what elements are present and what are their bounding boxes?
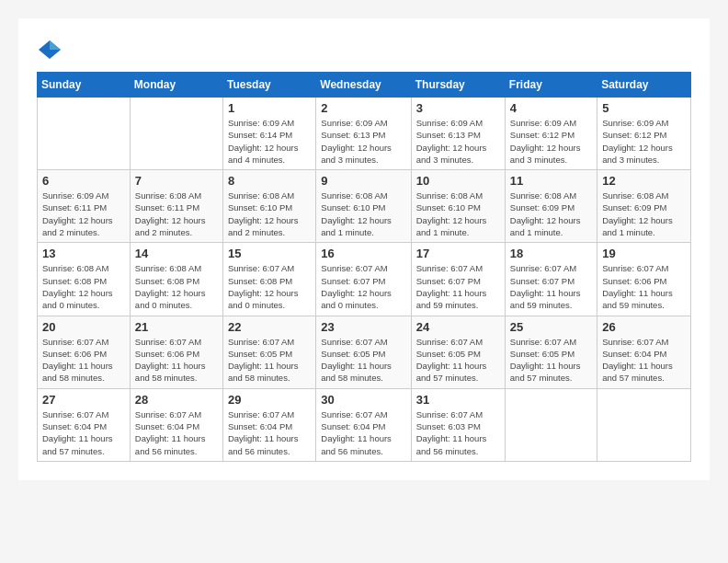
day-info: Sunrise: 6:07 AM Sunset: 6:08 PM Dayligh… xyxy=(228,262,311,311)
header xyxy=(37,37,691,63)
calendar-week-row: 1Sunrise: 6:09 AM Sunset: 6:14 PM Daylig… xyxy=(38,98,691,170)
calendar-cell xyxy=(38,98,131,170)
day-number: 6 xyxy=(42,174,125,188)
day-number: 25 xyxy=(510,320,592,334)
calendar-week-row: 6Sunrise: 6:09 AM Sunset: 6:11 PM Daylig… xyxy=(38,170,691,243)
calendar-cell xyxy=(597,388,691,461)
day-number: 19 xyxy=(602,247,686,260)
calendar-cell: 6Sunrise: 6:09 AM Sunset: 6:11 PM Daylig… xyxy=(38,170,131,243)
svg-marker-1 xyxy=(50,40,61,50)
calendar-week-row: 20Sunrise: 6:07 AM Sunset: 6:06 PM Dayli… xyxy=(38,316,691,388)
calendar-cell: 10Sunrise: 6:08 AM Sunset: 6:10 PM Dayli… xyxy=(411,170,505,243)
day-info: Sunrise: 6:08 AM Sunset: 6:11 PM Dayligh… xyxy=(135,190,218,238)
day-info: Sunrise: 6:08 AM Sunset: 6:10 PM Dayligh… xyxy=(321,190,405,238)
day-info: Sunrise: 6:07 AM Sunset: 6:04 PM Dayligh… xyxy=(42,408,125,457)
calendar-cell xyxy=(505,388,597,461)
day-number: 14 xyxy=(135,247,218,260)
calendar-cell: 19Sunrise: 6:07 AM Sunset: 6:06 PM Dayli… xyxy=(597,243,691,316)
calendar-day-header: Saturday xyxy=(597,73,691,98)
day-number: 5 xyxy=(602,101,686,115)
day-number: 30 xyxy=(321,393,405,407)
day-info: Sunrise: 6:07 AM Sunset: 6:03 PM Dayligh… xyxy=(416,408,500,457)
day-info: Sunrise: 6:07 AM Sunset: 6:06 PM Dayligh… xyxy=(42,336,125,385)
day-number: 21 xyxy=(135,320,218,334)
day-number: 7 xyxy=(135,174,218,188)
day-number: 1 xyxy=(228,101,311,115)
day-number: 11 xyxy=(510,174,592,188)
calendar-cell: 29Sunrise: 6:07 AM Sunset: 6:04 PM Dayli… xyxy=(222,388,315,461)
logo-icon xyxy=(37,37,63,63)
day-info: Sunrise: 6:09 AM Sunset: 6:12 PM Dayligh… xyxy=(510,117,592,166)
calendar-week-row: 13Sunrise: 6:08 AM Sunset: 6:08 PM Dayli… xyxy=(38,243,691,316)
calendar-cell: 20Sunrise: 6:07 AM Sunset: 6:06 PM Dayli… xyxy=(38,316,131,388)
day-info: Sunrise: 6:07 AM Sunset: 6:07 PM Dayligh… xyxy=(510,262,592,311)
day-number: 23 xyxy=(321,320,405,334)
day-info: Sunrise: 6:08 AM Sunset: 6:09 PM Dayligh… xyxy=(510,190,592,238)
calendar-cell: 27Sunrise: 6:07 AM Sunset: 6:04 PM Dayli… xyxy=(38,388,131,461)
day-number: 24 xyxy=(416,320,500,334)
calendar-cell: 15Sunrise: 6:07 AM Sunset: 6:08 PM Dayli… xyxy=(222,243,315,316)
day-info: Sunrise: 6:07 AM Sunset: 6:06 PM Dayligh… xyxy=(602,262,686,311)
calendar-cell xyxy=(130,98,222,170)
calendar-cell: 24Sunrise: 6:07 AM Sunset: 6:05 PM Dayli… xyxy=(411,316,505,388)
calendar-table: SundayMondayTuesdayWednesdayThursdayFrid… xyxy=(37,72,691,462)
day-number: 26 xyxy=(602,320,686,334)
day-info: Sunrise: 6:08 AM Sunset: 6:10 PM Dayligh… xyxy=(416,190,500,238)
day-info: Sunrise: 6:08 AM Sunset: 6:08 PM Dayligh… xyxy=(135,262,218,311)
calendar-cell: 13Sunrise: 6:08 AM Sunset: 6:08 PM Dayli… xyxy=(38,243,131,316)
calendar-cell: 9Sunrise: 6:08 AM Sunset: 6:10 PM Daylig… xyxy=(316,170,411,243)
calendar-header-row: SundayMondayTuesdayWednesdayThursdayFrid… xyxy=(38,73,691,98)
calendar-cell: 1Sunrise: 6:09 AM Sunset: 6:14 PM Daylig… xyxy=(222,98,315,170)
calendar-day-header: Sunday xyxy=(38,73,131,98)
day-info: Sunrise: 6:09 AM Sunset: 6:13 PM Dayligh… xyxy=(321,117,405,166)
day-info: Sunrise: 6:07 AM Sunset: 6:05 PM Dayligh… xyxy=(416,336,500,385)
day-info: Sunrise: 6:09 AM Sunset: 6:13 PM Dayligh… xyxy=(416,117,500,166)
day-info: Sunrise: 6:07 AM Sunset: 6:05 PM Dayligh… xyxy=(321,336,405,385)
day-number: 3 xyxy=(416,101,500,115)
day-number: 18 xyxy=(510,247,592,260)
day-info: Sunrise: 6:07 AM Sunset: 6:04 PM Dayligh… xyxy=(602,336,686,385)
calendar-day-header: Wednesday xyxy=(316,73,411,98)
calendar-cell: 18Sunrise: 6:07 AM Sunset: 6:07 PM Dayli… xyxy=(505,243,597,316)
calendar-day-header: Monday xyxy=(130,73,222,98)
day-info: Sunrise: 6:07 AM Sunset: 6:07 PM Dayligh… xyxy=(321,262,405,311)
day-info: Sunrise: 6:07 AM Sunset: 6:05 PM Dayligh… xyxy=(228,336,311,385)
calendar-week-row: 27Sunrise: 6:07 AM Sunset: 6:04 PM Dayli… xyxy=(38,388,691,461)
day-number: 15 xyxy=(228,247,311,260)
calendar-cell: 30Sunrise: 6:07 AM Sunset: 6:04 PM Dayli… xyxy=(316,388,411,461)
calendar-cell: 14Sunrise: 6:08 AM Sunset: 6:08 PM Dayli… xyxy=(130,243,222,316)
calendar-cell: 11Sunrise: 6:08 AM Sunset: 6:09 PM Dayli… xyxy=(505,170,597,243)
day-number: 28 xyxy=(135,393,218,407)
day-number: 17 xyxy=(416,247,500,260)
day-info: Sunrise: 6:07 AM Sunset: 6:04 PM Dayligh… xyxy=(228,408,311,457)
day-info: Sunrise: 6:07 AM Sunset: 6:05 PM Dayligh… xyxy=(510,336,592,385)
calendar-day-header: Thursday xyxy=(411,73,505,98)
calendar-cell: 12Sunrise: 6:08 AM Sunset: 6:09 PM Dayli… xyxy=(597,170,691,243)
day-info: Sunrise: 6:09 AM Sunset: 6:11 PM Dayligh… xyxy=(42,190,125,238)
calendar-cell: 16Sunrise: 6:07 AM Sunset: 6:07 PM Dayli… xyxy=(316,243,411,316)
calendar-cell: 4Sunrise: 6:09 AM Sunset: 6:12 PM Daylig… xyxy=(505,98,597,170)
day-number: 9 xyxy=(321,174,405,188)
calendar-cell: 2Sunrise: 6:09 AM Sunset: 6:13 PM Daylig… xyxy=(316,98,411,170)
calendar-cell: 26Sunrise: 6:07 AM Sunset: 6:04 PM Dayli… xyxy=(597,316,691,388)
day-info: Sunrise: 6:08 AM Sunset: 6:10 PM Dayligh… xyxy=(228,190,311,238)
day-info: Sunrise: 6:07 AM Sunset: 6:04 PM Dayligh… xyxy=(321,408,405,457)
day-info: Sunrise: 6:09 AM Sunset: 6:12 PM Dayligh… xyxy=(602,117,686,166)
day-number: 4 xyxy=(510,101,592,115)
logo xyxy=(37,37,66,63)
calendar-cell: 17Sunrise: 6:07 AM Sunset: 6:07 PM Dayli… xyxy=(411,243,505,316)
calendar-cell: 3Sunrise: 6:09 AM Sunset: 6:13 PM Daylig… xyxy=(411,98,505,170)
day-info: Sunrise: 6:08 AM Sunset: 6:08 PM Dayligh… xyxy=(42,262,125,311)
day-info: Sunrise: 6:07 AM Sunset: 6:07 PM Dayligh… xyxy=(416,262,500,311)
day-info: Sunrise: 6:08 AM Sunset: 6:09 PM Dayligh… xyxy=(602,190,686,238)
calendar-cell: 8Sunrise: 6:08 AM Sunset: 6:10 PM Daylig… xyxy=(222,170,315,243)
calendar-cell: 21Sunrise: 6:07 AM Sunset: 6:06 PM Dayli… xyxy=(130,316,222,388)
day-number: 2 xyxy=(321,101,405,115)
day-number: 12 xyxy=(602,174,686,188)
day-number: 27 xyxy=(42,393,125,407)
day-number: 29 xyxy=(228,393,311,407)
day-info: Sunrise: 6:07 AM Sunset: 6:06 PM Dayligh… xyxy=(135,336,218,385)
calendar-cell: 28Sunrise: 6:07 AM Sunset: 6:04 PM Dayli… xyxy=(130,388,222,461)
calendar-container: SundayMondayTuesdayWednesdayThursdayFrid… xyxy=(18,18,710,480)
calendar-cell: 25Sunrise: 6:07 AM Sunset: 6:05 PM Dayli… xyxy=(505,316,597,388)
